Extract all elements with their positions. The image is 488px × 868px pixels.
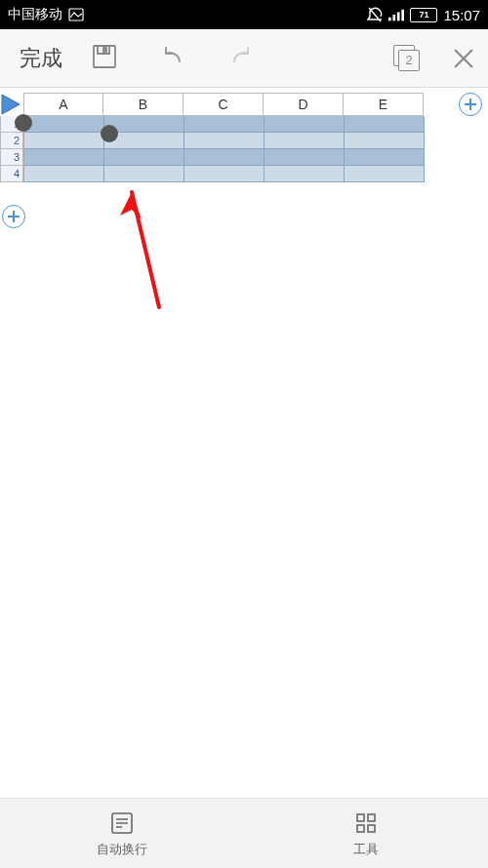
carrier-name: 中国移动 (8, 6, 62, 23)
copy-icon[interactable]: 2 (392, 44, 422, 73)
close-icon[interactable] (451, 46, 476, 71)
cell[interactable] (104, 149, 184, 166)
svg-rect-2 (393, 15, 396, 20)
column-header[interactable]: C (183, 93, 264, 116)
cell[interactable] (184, 133, 264, 149)
selection-handle-start[interactable] (15, 114, 32, 132)
clock: 15:07 (443, 7, 480, 23)
cell[interactable] (184, 116, 264, 133)
status-bar: 中国移动 71 15:07 (0, 0, 488, 29)
save-icon[interactable] (90, 42, 119, 75)
bottom-bar: 自动换行 工具 (0, 798, 488, 868)
cell[interactable] (264, 133, 345, 149)
done-button[interactable]: 完成 (12, 38, 70, 79)
svg-rect-10 (357, 814, 364, 821)
cell[interactable] (24, 116, 104, 133)
cell[interactable] (104, 166, 184, 182)
table-row (24, 166, 425, 182)
spreadsheet-area[interactable]: A B C D E 1 2 3 4 (0, 88, 488, 800)
cell[interactable] (345, 166, 425, 182)
svg-rect-12 (357, 825, 364, 832)
battery-level: 71 (419, 10, 428, 20)
cell-grid[interactable] (23, 116, 425, 182)
copy-badge: 2 (398, 50, 420, 71)
svg-rect-11 (368, 814, 375, 821)
column-headers[interactable]: A B C D E (23, 93, 424, 116)
redo-icon[interactable] (226, 42, 256, 75)
column-header[interactable]: D (264, 93, 344, 116)
add-row-button[interactable] (2, 205, 25, 228)
autowrap-button[interactable]: 自动换行 (0, 799, 244, 868)
column-header[interactable]: E (344, 93, 424, 116)
titlebar: 完成 2 (0, 29, 488, 88)
cell[interactable] (345, 133, 425, 149)
svg-marker-8 (120, 192, 142, 219)
svg-rect-13 (368, 825, 375, 832)
cell[interactable] (264, 166, 345, 182)
battery-indicator: 71 (410, 8, 437, 22)
svg-rect-4 (402, 10, 405, 21)
tools-icon (352, 809, 380, 837)
row-header[interactable]: 4 (0, 166, 23, 182)
table-row (24, 133, 425, 149)
svg-rect-6 (103, 48, 106, 52)
add-column-button[interactable] (459, 93, 482, 116)
cell[interactable] (264, 116, 345, 133)
annotation-arrow-icon (112, 190, 171, 321)
autowrap-icon (108, 809, 136, 837)
svg-rect-1 (388, 18, 391, 21)
cell[interactable] (345, 149, 425, 166)
cell[interactable] (24, 166, 104, 182)
cell[interactable] (24, 149, 104, 166)
signal-icon (388, 7, 404, 22)
row-header[interactable]: 2 (0, 133, 23, 149)
cell[interactable] (184, 166, 264, 182)
tools-button[interactable]: 工具 (244, 799, 488, 868)
column-header[interactable]: A (23, 93, 103, 116)
mute-icon (367, 7, 383, 22)
svg-rect-3 (397, 12, 400, 20)
select-all-corner[interactable] (0, 93, 21, 116)
table-row (24, 149, 425, 166)
cell[interactable] (345, 116, 425, 133)
table-row (24, 116, 425, 133)
selection-handle-end[interactable] (101, 125, 118, 142)
column-header[interactable]: B (103, 93, 183, 116)
autowrap-label: 自动换行 (97, 841, 147, 858)
cell[interactable] (24, 133, 104, 149)
undo-icon[interactable] (158, 42, 187, 75)
svg-marker-7 (2, 95, 20, 114)
tools-label: 工具 (353, 841, 379, 858)
cell[interactable] (184, 149, 264, 166)
cell[interactable] (264, 149, 345, 166)
gallery-icon (68, 7, 84, 22)
row-header[interactable]: 3 (0, 149, 23, 166)
